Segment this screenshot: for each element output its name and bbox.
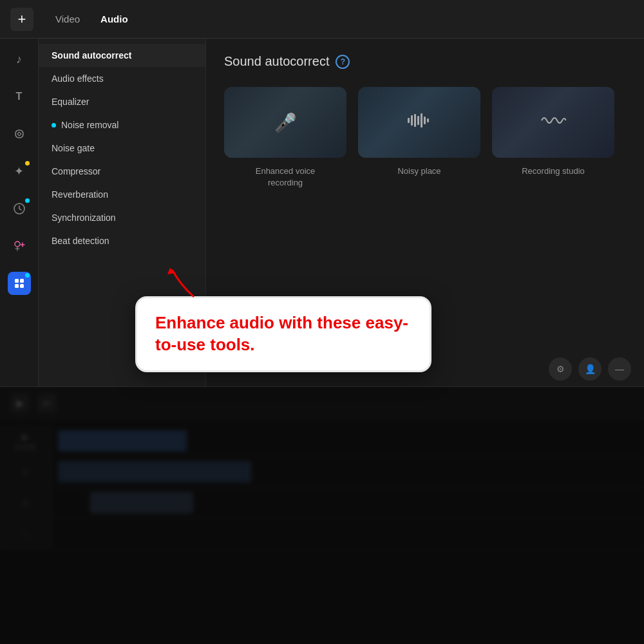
nav-item-beat-detection[interactable]: Beat detection: [39, 229, 205, 252]
card-image-recording-studio: [492, 87, 614, 158]
card-label-enhanced-voice: Enhanced voicerecording: [256, 166, 316, 189]
sidebar-icon-apps[interactable]: [8, 272, 31, 295]
ctrl-btn-user[interactable]: 👤: [578, 357, 601, 381]
red-arrow-icon: [161, 265, 200, 298]
nav-item-equalizer[interactable]: Equalizer: [39, 90, 205, 113]
nav-item-noise-gate[interactable]: Noise gate: [39, 137, 205, 160]
tooltip-overlay: Enhance audio with these easy-to-use too…: [135, 296, 431, 372]
ctrl-btn-settings[interactable]: ⚙: [549, 357, 572, 381]
content-header: Sound autocorrect ?: [224, 54, 626, 69]
svg-rect-4: [15, 284, 19, 288]
nav-item-compressor[interactable]: Compressor: [39, 160, 205, 183]
svg-rect-11: [424, 117, 426, 124]
ctrl-btn-menu[interactable]: —: [608, 357, 631, 381]
nav-item-audio-effects[interactable]: Audio effects: [39, 67, 205, 90]
noise-removal-dot: [52, 123, 56, 128]
svg-point-1: [15, 242, 20, 247]
card-noisy-place[interactable]: Noisy place: [358, 87, 480, 189]
tab-video[interactable]: Video: [46, 10, 89, 28]
card-image-enhanced-voice: 🎤: [224, 87, 346, 158]
nav-item-noise-removal[interactable]: Noise removal: [39, 113, 205, 137]
sidebar-icon-star[interactable]: ✦: [8, 160, 31, 183]
tab-audio[interactable]: Audio: [91, 10, 137, 28]
add-button[interactable]: +: [10, 8, 33, 31]
svg-rect-12: [427, 118, 429, 122]
sidebar-icon-text[interactable]: T: [8, 85, 31, 108]
svg-rect-3: [20, 279, 24, 283]
waveform-icon: [408, 112, 431, 133]
card-label-noisy-place: Noisy place: [397, 166, 440, 177]
microphone-icon: 🎤: [274, 112, 297, 133]
help-icon[interactable]: ?: [336, 55, 350, 69]
sidebar-icon-mask[interactable]: [8, 122, 31, 146]
tooltip-text: Enhance audio with these easy-to-use too…: [155, 312, 412, 356]
top-tabs: Video Audio: [46, 10, 137, 28]
timeline-right-controls: ⚙ 👤 —: [549, 357, 631, 381]
sidebar-icon-effects[interactable]: [8, 234, 31, 258]
svg-rect-8: [414, 114, 416, 127]
icon-sidebar: ♪ T ✦: [0, 39, 39, 386]
nav-item-reverberation[interactable]: Reverberation: [39, 183, 205, 206]
tooltip-box: Enhance audio with these easy-to-use too…: [135, 296, 431, 372]
card-label-recording-studio: Recording studio: [522, 166, 585, 177]
card-enhanced-voice[interactable]: 🎤 Enhanced voicerecording: [224, 87, 346, 189]
wave-line-icon: [540, 112, 566, 133]
svg-rect-2: [15, 279, 19, 283]
nav-item-synchronization[interactable]: Synchronization: [39, 206, 205, 229]
svg-rect-5: [20, 284, 24, 288]
content-title: Sound autocorrect: [224, 54, 329, 69]
svg-rect-10: [421, 113, 422, 128]
cards-row: 🎤 Enhanced voicerecording: [224, 87, 626, 189]
sidebar-icon-clock[interactable]: [8, 197, 31, 220]
svg-rect-7: [411, 115, 413, 126]
svg-rect-9: [417, 116, 419, 125]
timeline-blur-overlay: [0, 387, 644, 644]
nav-item-sound-autocorrect[interactable]: Sound autocorrect: [39, 44, 205, 67]
top-bar: + Video Audio: [0, 0, 644, 39]
svg-rect-6: [408, 118, 410, 123]
sidebar-icon-music[interactable]: ♪: [8, 48, 31, 71]
card-image-noisy-place: [358, 87, 480, 158]
timeline-area: ▶ ↩ ▶ SCENE ≡ ≡: [0, 386, 644, 644]
card-recording-studio[interactable]: Recording studio: [492, 87, 614, 189]
